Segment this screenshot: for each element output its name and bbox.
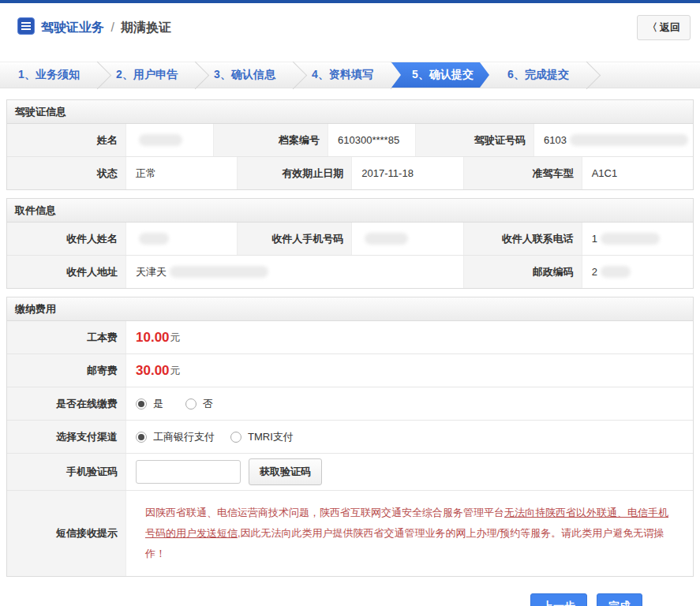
step-2-user-declaration[interactable]: 2、用户申告 — [98, 62, 196, 88]
recipient-name-value — [125, 223, 237, 255]
step-3-confirm-info[interactable]: 3、确认信息 — [196, 62, 294, 88]
license-info-section: 驾驶证信息 姓名 档案编号 610300****85 驾驶证号码 6103 状态… — [6, 99, 694, 190]
payment-channel-icbc-label: 工商银行支付 — [153, 430, 215, 444]
step-6-finish-submit[interactable]: 6、完成提交 — [489, 62, 587, 88]
expiry-date-value: 2017-11-18 — [351, 157, 462, 189]
name-label: 姓名 — [7, 124, 125, 156]
radio-unselected-icon[interactable] — [230, 432, 241, 443]
license-number-visible-prefix: 6103 — [544, 134, 567, 146]
sms-notice-value: 因陕西省联通、电信运营商技术问题，陕西省互联网交通安全综合服务管理平台无法向持陕… — [125, 491, 693, 576]
online-payment-yes-option[interactable]: 是 — [136, 397, 163, 411]
back-chevron-icon: 〈 — [647, 21, 657, 35]
pickup-info-section: 取件信息 收件人姓名 收件人手机号码 收件人联系电话 1 收件人地址 天津天 邮… — [6, 198, 694, 289]
file-number-label: 档案编号 — [213, 124, 328, 156]
payment-channel-tmri-label: TMRI支付 — [248, 430, 294, 444]
online-payment-label: 是否在线缴费 — [7, 387, 125, 420]
pickup-info-section-title: 取件信息 — [7, 199, 693, 223]
recipient-mobile-redacted-blob — [365, 233, 408, 245]
fees-section-title: 缴纳费用 — [7, 297, 693, 321]
page-title: 驾驶证业务 / 期满换证 — [41, 20, 171, 36]
pickup-info-row-1: 收件人姓名 收件人手机号码 收件人联系电话 1 — [7, 223, 693, 255]
online-payment-no-option[interactable]: 否 — [185, 397, 213, 411]
license-number-value: 6103 — [533, 124, 693, 156]
recipient-mobile-value — [351, 223, 462, 255]
sms-notice-label: 短信接收提示 — [7, 491, 125, 576]
expiry-date-label: 有效期止日期 — [237, 157, 351, 189]
name-redacted-blob — [139, 134, 182, 146]
recipient-name-redacted-blob — [139, 233, 169, 245]
step-progress-bar: 1、业务须知 2、用户申告 3、确认信息 4、资料填写 5、确认提交 6、完成提… — [0, 62, 700, 88]
mailing-fee-label: 邮寄费 — [7, 354, 125, 387]
recipient-mobile-label: 收件人手机号码 — [237, 223, 351, 255]
mailing-fee-unit: 元 — [170, 364, 181, 378]
vehicle-class-value: A1C1 — [582, 157, 693, 189]
production-fee-row: 工本费 10.00 元 — [7, 321, 693, 354]
recipient-phone-value: 1 — [582, 223, 693, 255]
online-payment-options: 是 否 — [125, 387, 693, 420]
online-payment-yes-label: 是 — [153, 397, 163, 411]
recipient-address-redacted-blob — [170, 266, 268, 278]
back-button[interactable]: 〈 返回 — [637, 15, 691, 40]
sms-code-label: 手机验证码 — [7, 454, 125, 490]
vehicle-class-label: 准驾车型 — [463, 157, 582, 189]
production-fee-unit: 元 — [170, 331, 181, 345]
online-payment-row: 是否在线缴费 是 否 — [7, 387, 693, 420]
status-label: 状态 — [7, 157, 125, 189]
page-header: 驾驶证业务 / 期满换证 〈 返回 — [0, 3, 700, 50]
radio-unselected-icon[interactable] — [185, 398, 197, 410]
back-button-label: 返回 — [660, 21, 680, 35]
sms-code-field-area: 获取验证码 — [125, 454, 693, 490]
recipient-address-label: 收件人地址 — [7, 256, 125, 288]
radio-selected-icon[interactable] — [136, 398, 147, 410]
postal-code-label: 邮政编码 — [463, 256, 582, 288]
recipient-name-label: 收件人姓名 — [7, 223, 125, 255]
get-sms-code-button[interactable]: 获取验证码 — [249, 458, 322, 485]
production-fee-value: 10.00 元 — [125, 321, 693, 354]
payment-channel-label: 选择支付渠道 — [7, 421, 125, 453]
license-number-label: 驾驶证号码 — [415, 124, 533, 156]
license-business-icon — [17, 17, 35, 38]
page-title-subpage: 期满换证 — [121, 21, 171, 34]
license-info-row-1: 姓名 档案编号 610300****85 驾驶证号码 6103 — [7, 124, 693, 156]
recipient-address-value: 天津天 — [125, 256, 463, 288]
recipient-phone-visible-prefix: 1 — [592, 233, 597, 245]
payment-channel-tmri-option[interactable]: TMRI支付 — [230, 430, 294, 444]
file-number-value: 610300****85 — [328, 124, 415, 156]
status-value: 正常 — [125, 157, 237, 189]
production-fee-label: 工本费 — [7, 321, 125, 354]
step-1-business-notice[interactable]: 1、业务须知 — [0, 62, 98, 88]
payment-channel-icbc-option[interactable]: 工商银行支付 — [136, 430, 215, 444]
previous-step-button[interactable]: 上一步 — [530, 593, 587, 606]
license-info-section-title: 驾驶证信息 — [7, 100, 693, 124]
mailing-fee-row: 邮寄费 30.00 元 — [7, 354, 693, 387]
payment-channel-options: 工商银行支付 TMRI支付 — [125, 421, 693, 453]
recipient-phone-label: 收件人联系电话 — [463, 223, 582, 255]
online-payment-no-label: 否 — [203, 397, 213, 411]
sms-notice-row: 短信接收提示 因陕西省联通、电信运营商技术问题，陕西省互联网交通安全综合服务管理… — [7, 490, 693, 576]
step-4-fill-material[interactable]: 4、资料填写 — [294, 62, 391, 88]
finish-button[interactable]: 完成 — [597, 593, 642, 606]
payment-channel-row: 选择支付渠道 工商银行支付 TMRI支付 — [7, 420, 693, 453]
postal-code-visible-prefix: 2 — [592, 266, 597, 278]
production-fee-amount: 10.00 — [136, 330, 170, 346]
footer-actions: 上一步 完成 — [6, 585, 694, 606]
step-5-confirm-submit-active[interactable]: 5、确认提交 — [391, 62, 489, 88]
license-info-row-2: 状态 正常 有效期止日期 2017-11-18 准驾车型 A1C1 — [7, 156, 693, 189]
postal-code-value: 2 — [582, 256, 693, 288]
pickup-info-row-2: 收件人地址 天津天 邮政编码 2 — [7, 255, 693, 288]
recipient-address-visible-prefix: 天津天 — [136, 265, 167, 279]
radio-selected-icon[interactable] — [136, 432, 147, 443]
sms-code-input[interactable] — [136, 460, 241, 484]
mailing-fee-amount: 30.00 — [136, 363, 170, 379]
mailing-fee-value: 30.00 元 — [125, 354, 693, 387]
page-title-business: 驾驶证业务 — [41, 21, 104, 34]
license-number-redacted-blob — [570, 134, 688, 146]
name-value — [125, 124, 213, 156]
sms-notice-text-before: 因陕西省联通、电信运营商技术问题，陕西省互联网交通安全综合服务管理平台 — [145, 507, 504, 518]
recipient-phone-redacted-blob — [601, 233, 660, 245]
postal-code-redacted-blob — [601, 266, 631, 278]
breadcrumb-separator: / — [107, 21, 117, 34]
fees-section: 缴纳费用 工本费 10.00 元 邮寄费 30.00 元 是否在线缴费 是 — [6, 297, 694, 577]
sms-code-row: 手机验证码 获取验证码 — [7, 453, 693, 490]
